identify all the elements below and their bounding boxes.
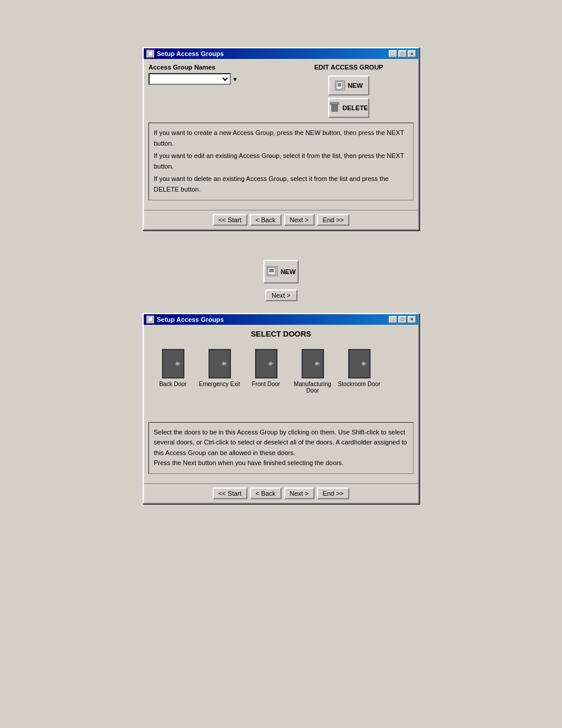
standalone-next-btn[interactable]: Next >	[265, 289, 297, 301]
select-doors-title: SELECT DOORS	[148, 330, 414, 338]
doors-spacer	[148, 400, 414, 417]
window2: 🖥 Setup Access Groups _ □ × SELECT DOORS…	[143, 313, 419, 504]
window1-icon: 🖥	[146, 50, 154, 58]
window1-maximize-btn[interactable]: □	[398, 50, 406, 57]
new-button[interactable]: NEW	[328, 75, 369, 95]
svg-rect-1	[336, 82, 342, 89]
window1: 🖥 Setup Access Groups _ □ × Access Group…	[143, 47, 419, 230]
window2-container: 🖥 Setup Access Groups _ □ × SELECT DOORS…	[143, 313, 419, 504]
window1-next-btn[interactable]: Next >	[284, 214, 315, 226]
emergency-door-icon	[209, 349, 231, 378]
window1-close-btn[interactable]: ×	[408, 50, 416, 57]
stockroom-door-icon	[348, 349, 371, 378]
window2-minimize-btn[interactable]: _	[389, 316, 397, 323]
window1-info-box: If you want to create a new Access Group…	[148, 123, 414, 200]
door-knob-5	[362, 362, 365, 365]
window1-end-btn[interactable]: End >>	[317, 214, 349, 226]
access-group-names-section: Access Group Names ▼	[148, 64, 278, 85]
info-line-1: If you want to create a new Access Group…	[154, 128, 408, 149]
standalone-new-button[interactable]: NEW	[263, 260, 299, 284]
dropdown-arrow[interactable]: ▼	[232, 76, 238, 83]
door-front[interactable]: Front Door	[244, 349, 288, 394]
new-svg-icon	[335, 80, 345, 91]
info-line-2: If you want to edit an existing Access G…	[154, 151, 408, 172]
window1-bottom-bar: << Start < Back Next > End >>	[144, 210, 418, 229]
doors-row: Back Door Emergency Exit Front Door	[148, 343, 414, 400]
delete-button-label: DELETE	[342, 104, 368, 111]
edit-access-section: EDIT ACCESS GROUP	[284, 64, 414, 118]
back-door-icon	[162, 349, 184, 378]
emergency-door-label: Emergency Exit	[199, 381, 240, 387]
door-knob-1	[176, 362, 179, 365]
window1-back-btn[interactable]: < Back	[250, 214, 282, 226]
window1-content: Access Group Names ▼ EDIT ACCESS GROUP	[144, 59, 418, 210]
window2-maximize-btn[interactable]: □	[398, 316, 406, 323]
delete-button[interactable]: DELETE	[328, 98, 369, 118]
access-group-names-label: Access Group Names	[148, 64, 278, 71]
window1-titlebar-buttons[interactable]: _ □ ×	[389, 50, 416, 57]
window2-title: Setup Access Groups	[157, 316, 224, 323]
window2-content: SELECT DOORS Back Door Emergency Exit	[144, 325, 418, 483]
standalone-new-icon	[266, 266, 278, 278]
manufacturing-door-label: Manufacturing Door	[290, 381, 335, 394]
delete-icon	[329, 102, 340, 114]
window2-close-btn[interactable]: ×	[408, 316, 416, 323]
window1-start-btn[interactable]: << Start	[213, 214, 247, 226]
window2-start-btn[interactable]: << Start	[213, 487, 247, 499]
svg-rect-6	[330, 103, 339, 104]
front-door-icon	[255, 349, 277, 378]
standalone-section: NEW Next >	[263, 260, 299, 301]
window2-info-box: Select the doors to be in this Access Gr…	[148, 422, 414, 474]
front-door-label: Front Door	[252, 381, 280, 387]
window2-back-btn[interactable]: < Back	[250, 487, 282, 499]
window1-container: 🖥 Setup Access Groups _ □ × Access Group…	[143, 47, 419, 230]
window1-title: Setup Access Groups	[157, 50, 224, 57]
new-button-label: NEW	[348, 82, 363, 89]
window2-bottom-bar: << Start < Back Next > End >>	[144, 483, 418, 503]
edit-buttons: NEW DEL	[284, 75, 414, 118]
window2-next-btn[interactable]: Next >	[284, 487, 315, 499]
door-stockroom[interactable]: Stockroom Door	[337, 349, 381, 394]
door-emergency[interactable]: Emergency Exit	[197, 349, 242, 394]
door-manufacturing[interactable]: Manufacturing Door	[290, 349, 335, 394]
door-knob-3	[269, 362, 272, 365]
window2-titlebar-buttons[interactable]: _ □ ×	[389, 316, 416, 323]
window2-titlebar: 🖥 Setup Access Groups _ □ ×	[144, 314, 418, 325]
back-door-label: Back Door	[159, 381, 187, 387]
standalone-new-svg	[266, 266, 278, 276]
window1-top-row: Access Group Names ▼ EDIT ACCESS GROUP	[148, 64, 414, 118]
window1-titlebar: 🖥 Setup Access Groups _ □ ×	[144, 48, 418, 59]
access-group-select[interactable]	[148, 73, 231, 85]
window1-minimize-btn[interactable]: _	[389, 50, 397, 57]
manufacturing-door-icon	[302, 349, 324, 378]
door-knob-2	[222, 362, 226, 365]
edit-access-title: EDIT ACCESS GROUP	[284, 64, 414, 71]
access-group-select-row: ▼	[148, 73, 278, 85]
door-back[interactable]: Back Door	[151, 349, 195, 394]
door-knob-4	[315, 362, 319, 365]
window2-icon: 🖥	[146, 315, 154, 324]
standalone-new-label: NEW	[280, 268, 296, 275]
info-line-3: If you want to delete an existing Access…	[154, 174, 408, 195]
stockroom-door-label: Stockroom Door	[338, 381, 380, 387]
delete-svg-icon	[329, 102, 340, 113]
window2-end-btn[interactable]: End >>	[317, 487, 349, 499]
svg-rect-10	[268, 268, 275, 275]
window2-info-text: Select the doors to be in this Access Gr…	[154, 427, 408, 469]
new-icon	[335, 80, 345, 91]
